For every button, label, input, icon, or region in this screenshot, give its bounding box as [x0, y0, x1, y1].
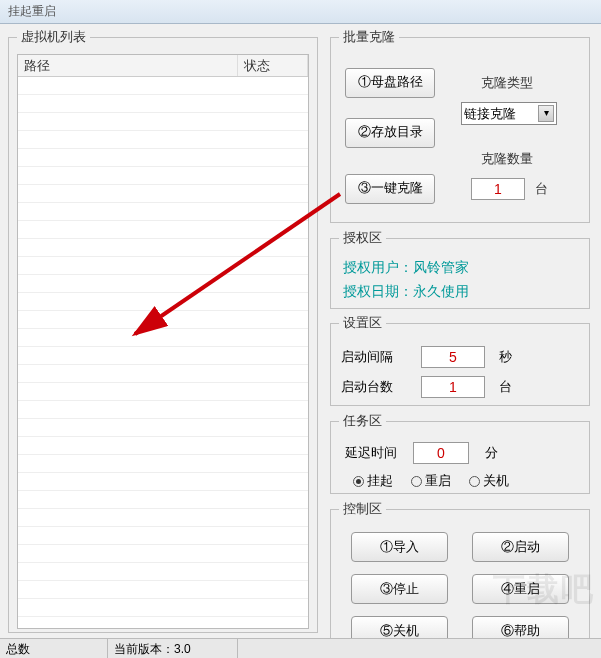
radio-suspend[interactable]: 挂起	[353, 472, 393, 490]
clone-qty-input[interactable]: 1	[471, 178, 525, 200]
col-path[interactable]: 路径	[18, 55, 238, 76]
vm-table-body	[18, 77, 308, 628]
batch-clone-legend: 批量克隆	[339, 28, 399, 46]
start-interval-input[interactable]: 5	[421, 346, 485, 368]
vm-table-header: 路径 状态	[18, 55, 308, 77]
auth-user: 授权用户：风铃管家	[343, 259, 577, 277]
radio-shutdown[interactable]: 关机	[469, 472, 509, 490]
save-dir-button[interactable]: ②存放目录	[345, 118, 435, 148]
mother-disk-path-button[interactable]: ①母盘路径	[345, 68, 435, 98]
clone-type-value: 链接克隆	[464, 105, 516, 123]
batch-clone-group: 批量克隆 ①母盘路径 ②存放目录 ③一键克隆 克隆类型 链接克隆 ▾ 克隆数量 …	[330, 28, 590, 223]
start-interval-label: 启动间隔	[341, 348, 411, 366]
start-button[interactable]: ②启动	[472, 532, 569, 562]
restart-button[interactable]: ④重启	[472, 574, 569, 604]
stop-button[interactable]: ③停止	[351, 574, 448, 604]
window-title-bar: 挂起重启	[0, 0, 601, 24]
col-status[interactable]: 状态	[238, 55, 308, 76]
status-bar: 总数 当前版本：3.0	[0, 638, 601, 658]
window-title: 挂起重启	[8, 4, 56, 18]
start-count-label: 启动台数	[341, 378, 411, 396]
auth-group: 授权区 授权用户：风铃管家 授权日期：永久使用	[330, 229, 590, 309]
auth-legend: 授权区	[339, 229, 386, 247]
clone-type-label: 克隆类型	[481, 74, 533, 92]
task-legend: 任务区	[339, 412, 386, 430]
settings-legend: 设置区	[339, 314, 386, 332]
task-group: 任务区 延迟时间 0 分 挂起 重启 关机	[330, 412, 590, 494]
chevron-down-icon[interactable]: ▾	[538, 105, 554, 122]
auth-date: 授权日期：永久使用	[343, 283, 577, 301]
clone-qty-label: 克隆数量	[481, 150, 533, 168]
clone-type-select[interactable]: 链接克隆 ▾	[461, 102, 557, 125]
control-group: 控制区 ①导入 ②启动 ③停止 ④重启 ⑤关机 ⑥帮助	[330, 500, 590, 650]
radio-icon	[469, 476, 480, 487]
status-total: 总数	[0, 639, 108, 658]
radio-icon	[353, 476, 364, 487]
import-button[interactable]: ①导入	[351, 532, 448, 562]
radio-icon	[411, 476, 422, 487]
delay-input[interactable]: 0	[413, 442, 469, 464]
delay-unit: 分	[485, 444, 498, 462]
client-area: 虚拟机列表 路径 状态 批量克隆 ①母盘路径 ②存放目录 ③一键克隆 克隆类型	[0, 24, 601, 638]
start-interval-unit: 秒	[495, 348, 515, 366]
vm-table[interactable]: 路径 状态	[17, 54, 309, 629]
delay-label: 延迟时间	[345, 444, 397, 462]
start-count-unit: 台	[495, 378, 515, 396]
vm-list-legend: 虚拟机列表	[17, 28, 90, 46]
clone-qty-unit: 台	[535, 180, 548, 198]
one-click-clone-button[interactable]: ③一键克隆	[345, 174, 435, 204]
control-legend: 控制区	[339, 500, 386, 518]
settings-group: 设置区 启动间隔 5 秒 启动台数 1 台	[330, 314, 590, 406]
vm-list-group: 虚拟机列表 路径 状态	[8, 28, 318, 633]
status-version: 当前版本：3.0	[108, 639, 238, 658]
radio-restart[interactable]: 重启	[411, 472, 451, 490]
start-count-input[interactable]: 1	[421, 376, 485, 398]
